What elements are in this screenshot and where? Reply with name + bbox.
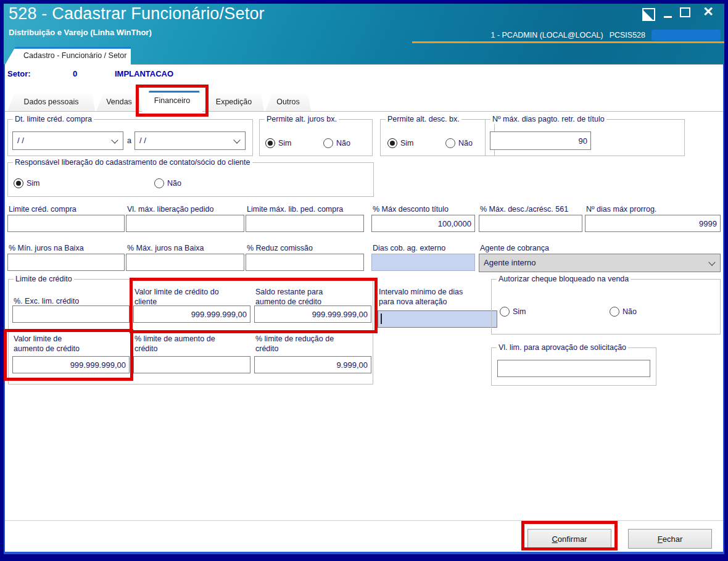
radio-label: Sim (278, 139, 292, 148)
window-subtitle: Distribuição e Varejo (Linha WinThor) (9, 28, 152, 37)
valor-limite-aumento-label: Valor limite de aumento de crédito (14, 334, 88, 354)
sector-code: 0 (73, 69, 77, 78)
group-label: Permite alt. desc. bx. (386, 115, 461, 124)
pct-limite-aumento-input[interactable] (133, 356, 250, 373)
radio-label: Sim (27, 179, 40, 188)
group-label: Limite de crédito (14, 275, 74, 284)
pct-limite-aumento-label: % limite de aumento de crédito (134, 334, 218, 354)
chevron-down-icon (233, 136, 240, 143)
saldo-restante-input[interactable] (254, 305, 371, 323)
min-juros-baixa-label: % Mín. juros na Baixa (9, 243, 84, 253)
max-juros-baixa-input[interactable] (126, 254, 244, 271)
main-tab-label: Cadastro - Funcionário / Setor (23, 51, 126, 60)
session-info: 1 - PCADMIN (LOCAL@LOCAL) PCSIS528 (490, 30, 721, 41)
vl-max-liberacao-input[interactable] (126, 215, 244, 232)
group-label: Nº máx. dias pagto. retr. de título (490, 115, 606, 124)
pct-limite-reducao-input[interactable] (254, 356, 371, 373)
sector-name: IMPLANTACAO (115, 69, 173, 78)
limite-cred-compra-input[interactable] (7, 215, 125, 232)
valor-limite-aumento-input[interactable] (12, 356, 130, 373)
close-icon[interactable]: ✕ (702, 6, 714, 18)
saldo-restante-label: Saldo restante para aumento de crédito (255, 287, 339, 307)
tab-outros[interactable]: Outros (265, 93, 311, 111)
limite-cred-compra-label: Limite créd. compra (9, 204, 77, 214)
max-desc-acresc-label: % Máx. desc./acrésc. 561 (480, 204, 568, 214)
group-responsavel-liberacao: Responsável liberação do cadastramento d… (7, 162, 374, 197)
vl-lim-aprovacao-input[interactable] (497, 360, 650, 377)
radio-label: Sim (400, 139, 414, 148)
group-label: Autorizar cheque bloqueado na venda (497, 275, 631, 284)
radio-circle (500, 307, 510, 317)
text-caret (381, 314, 382, 324)
radio-autorizar-cheque-sim[interactable]: Sim (500, 307, 526, 317)
radio-label: Sim (513, 307, 526, 316)
date-to-combobox[interactable]: / / (134, 131, 246, 150)
close-button[interactable]: Fechar (628, 529, 712, 549)
date-to-value: / / (139, 136, 146, 145)
date-range-separator: a (127, 136, 131, 146)
limite-max-lib-ped-input[interactable] (246, 215, 364, 232)
window-border-strip (723, 64, 724, 552)
maximize-icon[interactable] (680, 7, 690, 17)
max-juros-baixa-label: % Máx. juros na Baixa (127, 243, 204, 253)
radio-label: Não (458, 139, 473, 148)
radio-responsavel-nao[interactable]: Não (154, 178, 181, 188)
group-permite-alt-juros: Permite alt. juros bx. (259, 119, 373, 156)
tab-dados-pessoais[interactable]: Dados pessoais (7, 93, 95, 111)
radio-circle (323, 138, 333, 148)
session-user: 1 - PCADMIN (LOCAL@LOCAL) (490, 31, 603, 39)
group-label: Responsável liberação do cadastramento d… (13, 158, 252, 167)
confirm-button[interactable]: Confirmar (527, 529, 611, 549)
intervalo-minimo-input[interactable] (378, 310, 497, 328)
max-desconto-titulo-label: % Máx desconto título (373, 204, 449, 214)
radio-permite-desc-sim[interactable]: Sim (387, 138, 414, 148)
group-label: Dt. limite créd. compra (13, 115, 94, 124)
radio-permite-desc-nao[interactable]: Não (445, 138, 473, 148)
group-label: Permite alt. juros bx. (265, 115, 339, 124)
chevron-down-icon (708, 259, 715, 265)
tab-vendas[interactable]: Vendas (96, 93, 142, 111)
tab-expedicao[interactable]: Expedição (204, 93, 264, 111)
date-from-combobox[interactable]: / / (12, 131, 123, 150)
max-dias-pagto-input[interactable] (490, 131, 591, 150)
agente-cobranca-combobox[interactable]: Agente interno (479, 254, 721, 272)
tabs-baseline (4, 111, 724, 112)
content-area: Setor: 0 IMPLANTACAO Dados pessoais Vend… (4, 64, 724, 554)
tab-financeiro[interactable]: Financeiro (142, 91, 202, 112)
vl-max-liberacao-label: Vl. máx. liberação pedido (127, 204, 213, 214)
reduz-comissao-input[interactable] (246, 254, 364, 271)
radio-label: Não (167, 179, 181, 188)
group-permite-alt-desc: Permite alt. desc. bx. (380, 119, 495, 156)
max-desconto-titulo-input[interactable] (371, 215, 475, 232)
minimize-icon[interactable] (664, 16, 672, 18)
radio-responsavel-sim[interactable]: Sim (14, 178, 40, 188)
radio-label: Não (623, 307, 637, 316)
dias-max-prorrog-input[interactable] (585, 215, 721, 232)
radio-permite-juros-sim[interactable]: Sim (265, 138, 292, 148)
exc-lim-credito-label: %. Exc. lim. crédito (14, 296, 79, 306)
radio-permite-juros-nao[interactable]: Não (323, 138, 350, 148)
exc-lim-credito-input[interactable] (12, 305, 130, 323)
dias-cob-externo-label: Dias cob. ag. externo (373, 243, 445, 253)
window-title: 528 - Cadastrar Funcionário/Setor (9, 4, 265, 23)
valor-limite-cliente-input[interactable] (133, 305, 250, 323)
orange-accent-line (412, 41, 724, 43)
limite-max-lib-ped-label: Limite máx. lib. ped. compra (247, 204, 343, 214)
group-label: Vl. lim. para aprovação de solicitação (497, 343, 628, 352)
footer-divider (4, 520, 724, 521)
dias-cob-externo-input (371, 254, 475, 271)
tab-cadastro-funcionario-setor[interactable]: Cadastro - Funcionário / Setor (5, 47, 131, 65)
sector-label: Setor: (7, 69, 31, 78)
redacted-text-box (651, 30, 721, 41)
reduz-comissao-label: % Reduz comissão (247, 243, 313, 253)
valor-limite-cliente-label: Valor limite de crédito do cliente (134, 287, 236, 307)
pct-limite-reducao-label: % limite de redução de crédito (255, 334, 339, 354)
min-juros-baixa-input[interactable] (7, 254, 125, 271)
radio-circle (14, 178, 23, 188)
app-window: 528 - Cadastrar Funcionário/Setor Distri… (0, 0, 728, 561)
agente-cobranca-label: Agente de cobrança (480, 243, 549, 253)
radio-circle (387, 138, 397, 148)
max-desc-acresc-input[interactable] (479, 215, 582, 232)
radio-autorizar-cheque-nao[interactable]: Não (610, 307, 637, 317)
restore-diagonal-icon[interactable] (642, 8, 655, 21)
